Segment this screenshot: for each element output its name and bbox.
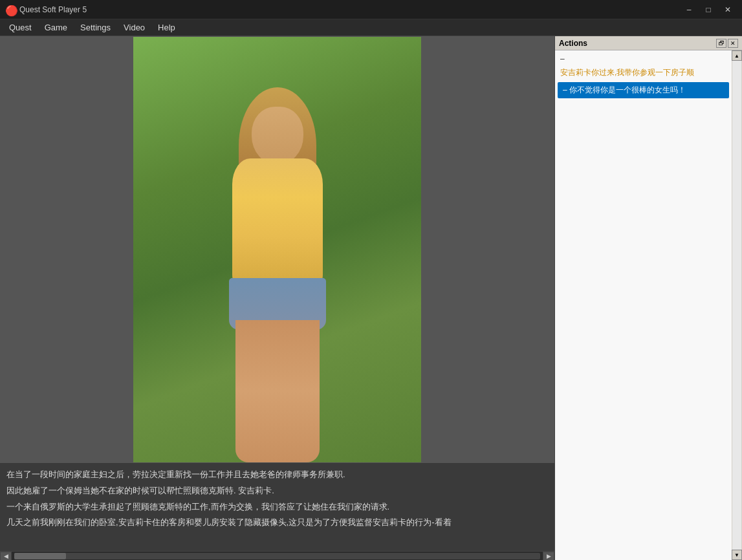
game-text-line-2: 因此她雇了一个保姆当她不在家的时候可以帮忙照顾德克斯特. 安吉莉卡. <box>6 484 548 498</box>
character-face <box>252 107 303 165</box>
title-bar: 🔴 Quest Soft Player 5 – □ ✕ <box>0 0 742 19</box>
game-image <box>133 37 421 462</box>
app-icon: 🔴 <box>5 5 16 15</box>
menu-quest[interactable]: Quest <box>3 21 38 34</box>
actions-content: – 安吉莉卡你过来,我带你参观一下房子顺 – 你不觉得你是一个很棒的女生吗！ <box>555 50 732 560</box>
main-content: 在当了一段时间的家庭主妇之后，劳拉决定重新找一份工作并且去她老爸的律师事务所兼职… <box>0 36 742 560</box>
menu-video[interactable]: Video <box>117 21 151 34</box>
character-body <box>232 158 323 288</box>
scroll-up-button[interactable]: ▲ <box>732 50 742 61</box>
game-text-line-5: 几天之前我刚刚在我们的卧室,安吉莉卡住的客房和婴儿房安装了隐藏摄像头,这只是为了… <box>6 516 548 530</box>
action-choice-button[interactable]: – 你不觉得你是一个很棒的女生吗！ <box>558 82 729 98</box>
scroll-track[interactable] <box>14 553 540 559</box>
close-button[interactable]: ✕ <box>719 3 737 16</box>
game-text-line-3: 一个来自俄罗斯的大学生承担起了照顾德克斯特的工作,而作为交换，我们答应了让她住在… <box>6 501 548 514</box>
bottom-scrollbar: ◀ ▶ <box>0 551 554 560</box>
menu-game[interactable]: Game <box>38 21 74 34</box>
right-scrollbar: ▲ ▼ <box>732 50 742 560</box>
title-bar-controls: – □ ✕ <box>680 3 737 16</box>
image-area <box>0 36 554 463</box>
actions-close-button[interactable]: ✕ <box>728 39 738 48</box>
menu-help[interactable]: Help <box>151 21 182 34</box>
scroll-left-button[interactable]: ◀ <box>0 552 12 561</box>
title-bar-left: 🔴 Quest Soft Player 5 <box>5 5 87 15</box>
side-bg-left <box>0 36 129 463</box>
window-title: Quest Soft Player 5 <box>19 5 87 14</box>
actions-title: Actions <box>559 39 587 48</box>
actions-header: Actions 🗗 ✕ <box>555 36 742 50</box>
actions-controls: 🗗 ✕ <box>716 39 738 48</box>
right-scroll-track[interactable] <box>732 61 741 550</box>
game-panel: 在当了一段时间的家庭主妇之后，劳拉决定重新找一份工作并且去她老爸的律师事务所兼职… <box>0 36 554 560</box>
action-dash: – <box>558 53 729 65</box>
action-narration: 安吉莉卡你过来,我带你参观一下房子顺 <box>558 66 729 80</box>
scroll-thumb[interactable] <box>14 553 66 559</box>
game-text-area: 在当了一段时间的家庭主妇之后，劳拉决定重新找一份工作并且去她老爸的律师事务所兼职… <box>0 463 554 551</box>
minimize-button[interactable]: – <box>680 3 698 16</box>
game-text-line-1: 在当了一段时间的家庭主妇之后，劳拉决定重新找一份工作并且去她老爸的律师事务所兼职… <box>6 468 548 482</box>
menu-bar: Quest Game Settings Video Help <box>0 19 742 36</box>
side-bg-right <box>425 36 554 463</box>
actions-restore-button[interactable]: 🗗 <box>716 39 726 48</box>
scroll-right-button[interactable]: ▶ <box>543 552 554 561</box>
actions-panel: Actions 🗗 ✕ – 安吉莉卡你过来,我带你参观一下房子顺 – 你不觉得你… <box>554 36 742 560</box>
character-legs <box>235 320 320 462</box>
character-image <box>187 87 368 462</box>
scroll-down-button[interactable]: ▼ <box>732 550 742 560</box>
menu-settings[interactable]: Settings <box>74 21 117 34</box>
maximize-button[interactable]: □ <box>699 3 717 16</box>
